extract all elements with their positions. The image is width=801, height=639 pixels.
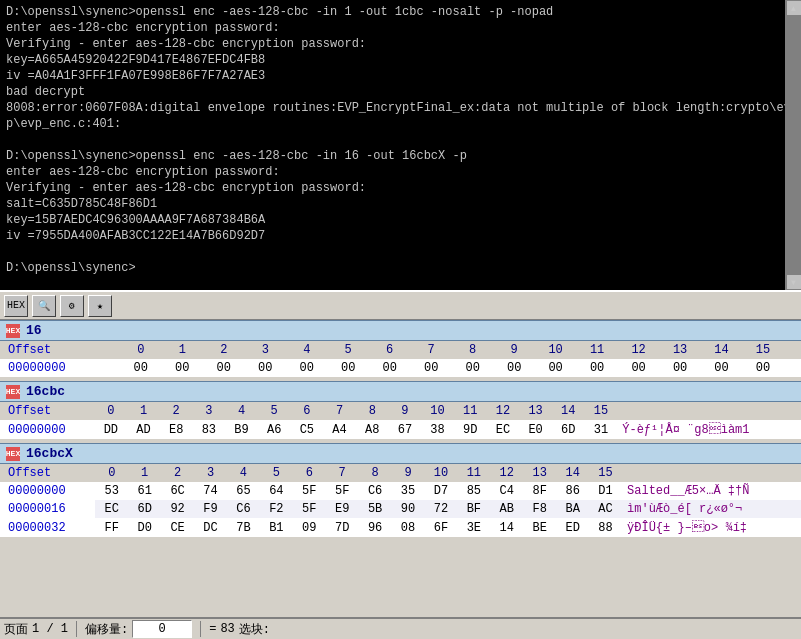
hex-cell[interactable]: 00 [493, 359, 534, 377]
search-tool-btn[interactable]: 🔍 [32, 295, 56, 317]
col-header-0: 0 [120, 341, 161, 359]
hex-cell[interactable]: EC [95, 500, 128, 518]
hex-cell[interactable]: 92 [161, 500, 194, 518]
hex-cell[interactable]: 90 [392, 500, 425, 518]
hex-cell[interactable]: E9 [326, 500, 359, 518]
hex-cell[interactable]: 00 [327, 359, 368, 377]
hex-cell[interactable]: 00 [410, 359, 451, 377]
hex-cell[interactable]: E8 [160, 420, 193, 439]
hex-cell[interactable]: 5F [293, 482, 326, 500]
hex-cell[interactable]: 00 [162, 359, 203, 377]
hex-cell[interactable]: ED [556, 518, 589, 537]
scroll-up-arrow[interactable]: ▲ [786, 0, 802, 16]
hex-cell[interactable]: 85 [457, 482, 490, 500]
hex-cell[interactable]: 00 [535, 359, 576, 377]
col-header-1: 1 [127, 402, 160, 420]
hex-cell[interactable]: C6 [359, 482, 392, 500]
hex-cell[interactable]: 00 [618, 359, 659, 377]
hex-cell[interactable]: 67 [389, 420, 422, 439]
hex-cell[interactable]: 7B [227, 518, 260, 537]
hex-cell[interactable]: 86 [556, 482, 589, 500]
hex-cell[interactable]: F9 [194, 500, 227, 518]
hex-cell[interactable]: 00 [576, 359, 617, 377]
hex-cell[interactable]: 9D [454, 420, 487, 439]
hex-cell[interactable]: BF [457, 500, 490, 518]
table-row[interactable]: 00000000DDADE883B9A6C5A4A867389DECE06D31… [0, 420, 801, 439]
hex-cell[interactable]: 7D [326, 518, 359, 537]
hex-cell[interactable]: BA [556, 500, 589, 518]
hex-cell[interactable]: 61 [128, 482, 161, 500]
bookmark-tool-btn[interactable]: ★ [88, 295, 112, 317]
hex-cell[interactable]: 72 [425, 500, 458, 518]
hex-cell[interactable]: 3E [457, 518, 490, 537]
hex-tool-btn[interactable]: HEX [4, 295, 28, 317]
hex-cell[interactable]: F8 [523, 500, 556, 518]
hex-cell[interactable]: BE [523, 518, 556, 537]
hex-cell[interactable]: 6D [552, 420, 585, 439]
hex-cell[interactable]: A8 [356, 420, 389, 439]
hex-cell[interactable]: A6 [258, 420, 291, 439]
hex-cell[interactable]: 00 [286, 359, 327, 377]
hex-cell[interactable]: B9 [225, 420, 258, 439]
col-header-6: 6 [369, 341, 410, 359]
hex-cell[interactable]: 6D [128, 500, 161, 518]
hex-cell[interactable]: 09 [293, 518, 326, 537]
hex-cell[interactable]: 64 [260, 482, 293, 500]
hex-cell[interactable]: E0 [519, 420, 552, 439]
hex-cell[interactable]: 8F [523, 482, 556, 500]
table-row[interactable]: 0000000053616C7465645F5FC635D785C48F86D1… [0, 482, 801, 500]
hex-cell[interactable]: FF [95, 518, 128, 537]
hex-cell[interactable]: 6C [161, 482, 194, 500]
hex-cell[interactable]: 5F [293, 500, 326, 518]
page-value: 1 / 1 [32, 622, 68, 636]
hex-cell[interactable]: 00 [203, 359, 244, 377]
hex-cell[interactable]: 00 [120, 359, 161, 377]
table-row[interactable]: 00000016EC6D92F9C6F25FE95B9072BFABF8BAAC… [0, 500, 801, 518]
hex-cell[interactable]: 00 [701, 359, 742, 377]
hex-cell[interactable]: 65 [227, 482, 260, 500]
hex-cell[interactable]: AB [490, 500, 523, 518]
hex-cell[interactable]: D7 [425, 482, 458, 500]
hex-cell[interactable]: D1 [589, 482, 622, 500]
table-row[interactable]: 0000000000000000000000000000000000000000 [0, 359, 801, 377]
settings-tool-btn[interactable]: ⚙ [60, 295, 84, 317]
hex-cell[interactable]: EC [487, 420, 520, 439]
hex-cell[interactable]: 6F [425, 518, 458, 537]
hex-cell[interactable]: C4 [490, 482, 523, 500]
hex-cell[interactable]: C5 [291, 420, 324, 439]
col-header-10: 10 [421, 402, 454, 420]
hex-cell[interactable]: DC [194, 518, 227, 537]
hex-cell[interactable]: 35 [392, 482, 425, 500]
hex-cell[interactable]: 88 [589, 518, 622, 537]
hex-cell[interactable]: 00 [452, 359, 493, 377]
terminal-scrollbar[interactable]: ▲ ▼ [785, 0, 801, 290]
hex-cell[interactable]: 5B [359, 500, 392, 518]
scroll-down-arrow[interactable]: ▼ [786, 274, 802, 290]
hex-cell[interactable]: 5F [326, 482, 359, 500]
hex-cell[interactable]: 96 [359, 518, 392, 537]
hex-cell[interactable]: 00 [742, 359, 783, 377]
hex-cell[interactable]: B1 [260, 518, 293, 537]
hex-cell[interactable]: D0 [128, 518, 161, 537]
hex-cell[interactable]: 08 [392, 518, 425, 537]
hex-cell[interactable]: 53 [95, 482, 128, 500]
hex-cell[interactable]: 00 [659, 359, 700, 377]
hex-cell[interactable]: 00 [369, 359, 410, 377]
hex-cell[interactable]: 31 [585, 420, 618, 439]
hex-cell[interactable]: 74 [194, 482, 227, 500]
table-row[interactable]: 00000032FFD0CEDC7BB1097D96086F3E14BEED88… [0, 518, 801, 537]
col-header-8: 8 [452, 341, 493, 359]
hex-cell[interactable]: 00 [245, 359, 286, 377]
hex-cell[interactable]: DD [95, 420, 128, 439]
hex-cell[interactable]: A4 [323, 420, 356, 439]
offset-cell: 00000000 [0, 482, 95, 500]
hex-cell[interactable]: 38 [421, 420, 454, 439]
hex-cell[interactable]: F2 [260, 500, 293, 518]
scroll-track[interactable] [786, 16, 802, 274]
hex-cell[interactable]: CE [161, 518, 194, 537]
hex-cell[interactable]: C6 [227, 500, 260, 518]
hex-cell[interactable]: 14 [490, 518, 523, 537]
hex-cell[interactable]: AC [589, 500, 622, 518]
hex-cell[interactable]: 83 [193, 420, 226, 439]
hex-cell[interactable]: AD [127, 420, 160, 439]
